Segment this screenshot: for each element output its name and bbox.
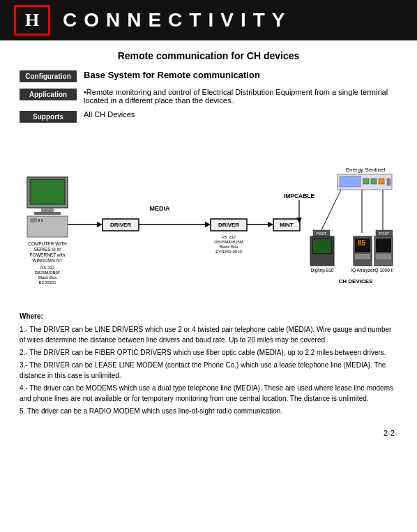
logo-box: H <box>14 5 50 36</box>
notes-section: Where: 1.- The DRIVER can be LINE DRIVER… <box>20 311 397 416</box>
supports-label: Supports <box>20 111 77 123</box>
svg-rect-34 <box>340 176 361 187</box>
app-label: Application <box>20 89 77 100</box>
svg-rect-37 <box>379 178 384 184</box>
svg-text:MINT: MINT <box>280 222 294 228</box>
svg-text:DRIVER: DRIVER <box>110 222 131 228</box>
svg-rect-3 <box>34 212 61 215</box>
svg-text:POST: POST <box>379 231 391 236</box>
svg-text:COMPUTER WITH: COMPUTER WITH <box>28 241 67 246</box>
logo-letter: H <box>25 10 39 31</box>
svg-text:IQ Analyzer: IQ Analyzer <box>351 268 374 273</box>
svg-rect-38 <box>387 178 391 185</box>
svg-line-39 <box>320 190 341 233</box>
config-label: Configuration <box>20 70 77 82</box>
svg-text:Black Box: Black Box <box>38 275 57 280</box>
config-row: Configuration Base System for Remote com… <box>20 70 397 82</box>
svg-text:POST: POST <box>317 231 328 236</box>
svg-rect-5 <box>30 218 37 222</box>
svg-rect-48 <box>313 239 331 253</box>
notes-item-5: 5. The driver can be a RADIO MODEM which… <box>20 406 397 416</box>
svg-text:Digitrip 810: Digitrip 810 <box>311 268 334 273</box>
notes-item-4: 4.- The driver can be MODEMS which use a… <box>20 383 397 404</box>
svg-marker-26 <box>268 222 273 227</box>
app-row: Application •Remote monitoring and contr… <box>20 88 397 105</box>
supports-content: All CH Devices <box>84 110 135 119</box>
svg-marker-17 <box>97 222 103 227</box>
svg-text:DB25M/DB9F: DB25M/DB9F <box>34 271 60 275</box>
svg-rect-7 <box>41 219 43 222</box>
supports-row: Supports All CH Devices <box>20 110 397 123</box>
header-title: CONNECTIVITY <box>63 9 291 31</box>
svg-text:IQ 1000 II: IQ 1000 II <box>374 268 394 273</box>
svg-rect-36 <box>371 178 377 184</box>
svg-text:Energy Sentinel: Energy Sentinel <box>346 167 386 173</box>
page-header: H CONNECTIVITY <box>0 0 417 40</box>
notes-item-3: 3.- The DRIVER can be LEASE LINE MODEM (… <box>20 360 397 381</box>
svg-text:BC00301: BC00301 <box>38 280 56 284</box>
svg-text:DB25M/DB25M: DB25M/DB25M <box>214 240 243 244</box>
svg-text:RS 232: RS 232 <box>222 235 236 239</box>
diagram-svg: COMPUTER WITH SERIES III or POWERNET wit… <box>20 135 397 303</box>
svg-text:MEDIA: MEDIA <box>150 205 171 212</box>
svg-text:RS 232: RS 232 <box>40 266 55 270</box>
svg-text:IMPCABLE: IMPCABLE <box>284 192 315 199</box>
svg-text:WINDOWS NT: WINDOWS NT <box>32 258 62 263</box>
notes-where-label: Where: <box>20 311 397 321</box>
svg-rect-1 <box>30 179 65 204</box>
svg-rect-56 <box>376 238 391 252</box>
svg-text:CH  DEVICES: CH DEVICES <box>339 278 374 284</box>
svg-text:POWERNET with: POWERNET with <box>30 252 66 257</box>
svg-text:SERIES III or: SERIES III or <box>34 247 61 252</box>
page-number: 2-2 <box>20 429 397 437</box>
page-title: Remote communication for CH devices <box>20 50 397 61</box>
svg-text:EYN250-0010: EYN250-0010 <box>215 250 242 254</box>
svg-rect-35 <box>363 178 369 184</box>
svg-rect-2 <box>41 208 54 212</box>
notes-item-1: 1.- The DRIVER can be LINE DRIVERS which… <box>20 324 397 345</box>
config-heading: Base System for Remote communication <box>84 70 260 80</box>
notes-item-2: 2.- The DRIVER can be FIBER OPTIC DRIVER… <box>20 347 397 358</box>
svg-text:85: 85 <box>358 239 366 247</box>
svg-rect-6 <box>38 219 40 222</box>
page-body: Remote communication for CH devices Conf… <box>0 40 417 451</box>
diagram-area: COMPUTER WITH SERIES III or POWERNET wit… <box>20 135 397 303</box>
svg-text:DRIVER: DRIVER <box>218 222 239 228</box>
app-content: •Remote monitoring and control of Electr… <box>84 88 397 105</box>
svg-rect-53 <box>355 254 370 259</box>
svg-rect-57 <box>376 254 391 259</box>
svg-text:Black Box: Black Box <box>220 245 238 249</box>
config-content: Base System for Remote communication <box>84 70 260 80</box>
svg-marker-22 <box>205 222 211 227</box>
